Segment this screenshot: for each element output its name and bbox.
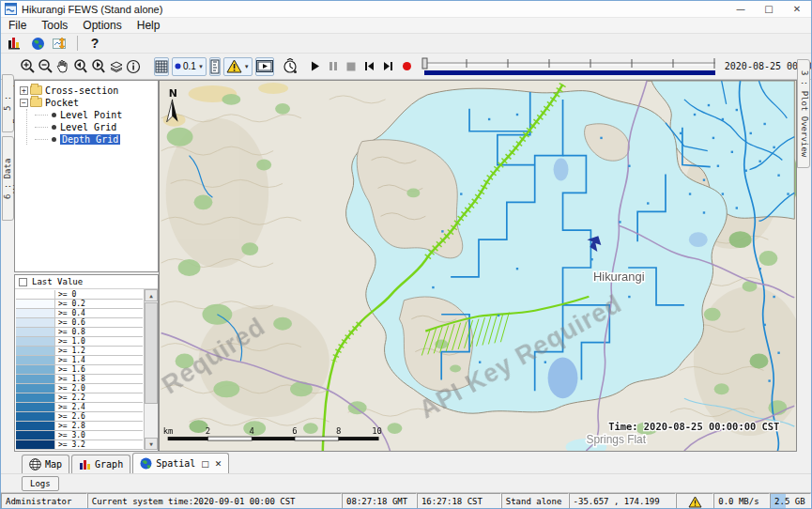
legend-row[interactable]: >= 1.4 xyxy=(16,356,143,365)
legend-label: >= 0.2 xyxy=(55,300,143,308)
tab-forecast[interactable]: 5 : Forecast xyxy=(2,74,14,132)
left-tab-strip: 5 : Forecast 6 : Data Viewer xyxy=(1,80,14,452)
tree-node-level-point[interactable]: Level Point xyxy=(27,109,156,120)
legend-row[interactable]: >= 3.2 xyxy=(16,440,143,450)
legend-row[interactable]: >= 3.0 xyxy=(16,431,143,440)
legend-row[interactable]: >= 2.6 xyxy=(16,412,143,422)
legend-swatch xyxy=(16,290,55,299)
scroll-down-icon[interactable]: ▼ xyxy=(145,438,158,450)
legend-swatch xyxy=(16,431,55,440)
tree-node-cross-section[interactable]: + Cross-section xyxy=(17,85,156,96)
zoom-next-icon[interactable] xyxy=(90,57,107,76)
animation-player-icon[interactable] xyxy=(255,57,274,76)
database-viewer-icon[interactable] xyxy=(5,34,25,53)
panel-close-button[interactable]: ✕ xyxy=(215,459,222,469)
skip-to-start-button[interactable] xyxy=(364,57,375,76)
scroll-up-icon[interactable]: ▲ xyxy=(145,289,158,301)
tree-node-depth-grid[interactable]: Depth Grid xyxy=(27,133,156,145)
threshold-value: 0.1 xyxy=(183,61,196,71)
spatial-display-icon[interactable] xyxy=(50,34,70,53)
grid-toggle-button[interactable] xyxy=(154,57,169,76)
time-slider[interactable] xyxy=(421,55,719,78)
warning-dropdown[interactable]: ▼ xyxy=(223,57,253,76)
panel-tabs: Map Graph Spatial □ ✕ xyxy=(1,452,811,474)
legend-scrollbar[interactable]: ▲ ▼ xyxy=(144,289,158,450)
layers-icon[interactable] xyxy=(109,57,124,76)
maximize-button[interactable]: □ xyxy=(755,1,783,17)
threshold-dropdown[interactable]: 0.1 ▼ xyxy=(172,57,207,76)
logs-button[interactable]: Logs xyxy=(22,476,59,491)
time-slider-handle[interactable] xyxy=(422,58,427,69)
legend-row[interactable]: >= 2.4 xyxy=(16,403,143,412)
last-value-checkbox[interactable] xyxy=(19,278,27,286)
zoom-out-icon[interactable] xyxy=(38,57,54,76)
menu-file[interactable]: File xyxy=(1,18,34,33)
minimize-button[interactable]: — xyxy=(727,1,755,17)
collapse-icon[interactable]: − xyxy=(20,99,28,107)
legend-swatch xyxy=(16,337,55,346)
legend-row[interactable]: >= 1.6 xyxy=(16,365,143,375)
legend-row[interactable]: >= 0.2 xyxy=(16,300,143,309)
close-button[interactable]: ✕ xyxy=(783,1,811,17)
legend-swatch xyxy=(16,309,55,317)
svg-text:4: 4 xyxy=(250,426,254,436)
menu-options[interactable]: Options xyxy=(75,18,129,33)
legend-row[interactable]: >= 0.8 xyxy=(16,328,143,337)
tree-node-level-grid[interactable]: Level Grid xyxy=(27,121,156,132)
legend-label: >= 1.6 xyxy=(55,365,143,374)
skip-to-end-button[interactable] xyxy=(383,57,393,76)
legend-row[interactable]: >= 2.8 xyxy=(16,422,143,431)
tree-node-pocket[interactable]: − Pocket xyxy=(17,97,156,108)
menu-help[interactable]: Help xyxy=(130,18,168,33)
map-viewport[interactable]: API Key Required API Key Required Hikura… xyxy=(159,80,797,452)
tab-plot-overview[interactable]: 3 : Plot Overview xyxy=(797,59,810,168)
status-memory[interactable]: 2.5 GB xyxy=(770,493,811,509)
legend-row[interactable]: >= 2.2 xyxy=(16,393,143,403)
map-toolbar: 0.1 ▼ ▼ xyxy=(1,54,811,80)
legend-row[interactable]: >= 1.8 xyxy=(16,375,143,384)
titlebar[interactable]: Hikurangi FEWS (Stand alone) — □ ✕ xyxy=(1,1,811,18)
legend-row[interactable]: >= 0.6 xyxy=(16,318,143,328)
info-icon[interactable] xyxy=(126,57,141,76)
svg-text:2: 2 xyxy=(206,426,210,436)
tab-map[interactable]: Map xyxy=(22,455,69,473)
status-user: Administrator xyxy=(1,493,87,509)
zoom-previous-icon[interactable] xyxy=(71,57,88,76)
legend-row[interactable]: >= 1.2 xyxy=(16,347,143,356)
map-display-icon[interactable] xyxy=(27,34,48,53)
legend-row[interactable]: >= 2.0 xyxy=(16,384,143,393)
svg-text:10: 10 xyxy=(372,426,382,436)
svg-text:N: N xyxy=(169,87,177,100)
status-warning[interactable] xyxy=(676,493,713,509)
logs-row: Logs xyxy=(1,474,811,493)
help-button[interactable]: ? xyxy=(84,34,105,53)
status-network-rate: 0.0 MB/s xyxy=(713,493,770,509)
vertical-scale-button[interactable] xyxy=(209,57,221,76)
legend-swatch xyxy=(16,300,55,308)
expand-icon[interactable]: + xyxy=(20,86,28,95)
legend-row[interactable]: >= 0 xyxy=(16,290,143,300)
legend-swatch xyxy=(16,440,55,449)
left-panel: + Cross-section − Pocket Level Point xyxy=(14,80,159,452)
legend-label: >= 1.0 xyxy=(55,337,143,346)
menu-tools[interactable]: Tools xyxy=(34,18,75,33)
scrollbar-thumb[interactable] xyxy=(145,302,158,404)
pan-hand-icon[interactable] xyxy=(55,57,69,76)
stop-button[interactable] xyxy=(346,57,356,76)
legend-swatch xyxy=(16,318,55,327)
panel-restore-button[interactable]: □ xyxy=(201,459,209,469)
tab-graph[interactable]: Graph xyxy=(71,455,130,473)
legend-row[interactable]: >= 0.4 xyxy=(16,309,143,318)
record-button[interactable] xyxy=(402,57,412,76)
play-button[interactable] xyxy=(311,57,320,76)
zoom-in-icon[interactable] xyxy=(20,57,36,76)
legend-row[interactable]: >= 1.0 xyxy=(16,337,143,347)
timer-settings-icon[interactable] xyxy=(283,57,299,76)
layer-bullet-icon xyxy=(52,113,56,117)
tab-spatial[interactable]: Spatial □ ✕ xyxy=(132,453,229,473)
layers-tree[interactable]: + Cross-section − Pocket Level Point xyxy=(14,80,159,272)
legend-swatch xyxy=(16,412,55,421)
tab-data-viewer[interactable]: 6 : Data Viewer xyxy=(2,136,14,221)
last-value-option[interactable]: Last Value xyxy=(15,275,158,289)
pause-button[interactable] xyxy=(329,57,338,76)
